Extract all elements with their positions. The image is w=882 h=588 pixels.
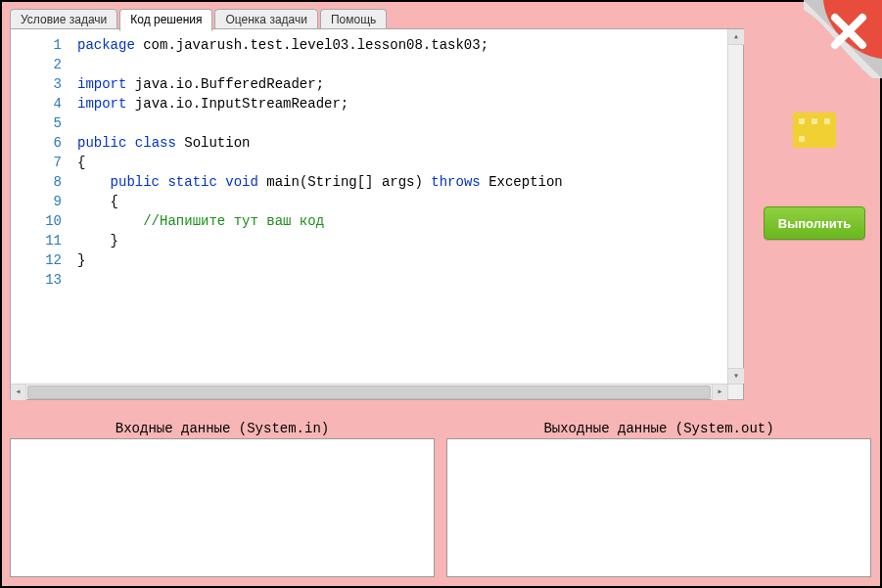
line-number: 13 xyxy=(11,270,62,290)
line-number: 3 xyxy=(11,74,62,94)
line-number: 2 xyxy=(11,55,62,74)
scroll-left-icon[interactable]: ◂ xyxy=(11,384,26,400)
line-number: 6 xyxy=(11,133,62,153)
code-line[interactable]: { xyxy=(77,192,743,211)
scroll-down-icon[interactable]: ▾ xyxy=(728,368,744,384)
input-label: Входные данные (System.in) xyxy=(10,421,435,436)
line-number: 5 xyxy=(11,113,62,133)
run-button[interactable]: Выполнить xyxy=(764,206,865,240)
line-number: 9 xyxy=(11,192,62,211)
code-line[interactable]: } xyxy=(77,250,743,270)
line-number-gutter: 12345678910111213 xyxy=(11,29,70,384)
output-box xyxy=(446,438,871,577)
code-line[interactable]: public static void main(String[] args) t… xyxy=(77,172,743,192)
hscroll-thumb[interactable] xyxy=(27,385,711,399)
code-area[interactable]: package com.javarush.test.level03.lesson… xyxy=(70,29,743,384)
side-panel: Выполнить xyxy=(761,28,868,240)
input-box[interactable] xyxy=(10,438,435,577)
dice-icon xyxy=(793,113,836,148)
code-line[interactable] xyxy=(77,270,743,290)
scroll-up-icon[interactable]: ▴ xyxy=(728,29,744,45)
vertical-scrollbar[interactable]: ▴ ▾ xyxy=(727,29,743,384)
app-window: Условие задачи Код решения Оценка задачи… xyxy=(0,0,882,588)
scroll-right-icon[interactable]: ▸ xyxy=(712,384,727,400)
code-line[interactable]: import java.io.BufferedReader; xyxy=(77,74,743,94)
code-line[interactable] xyxy=(77,113,743,133)
line-number: 7 xyxy=(11,153,62,172)
code-line[interactable]: { xyxy=(77,153,743,172)
line-number: 4 xyxy=(11,94,62,113)
line-number: 10 xyxy=(11,211,62,231)
code-editor[interactable]: 12345678910111213 package com.javarush.t… xyxy=(10,28,744,400)
code-line[interactable]: package com.javarush.test.level03.lesson… xyxy=(77,35,743,55)
code-line[interactable]: //Напишите тут ваш код xyxy=(77,211,743,231)
io-panel: Входные данные (System.in) Выходные данн… xyxy=(10,421,871,577)
code-line[interactable]: import java.io.InputStreamReader; xyxy=(77,94,743,113)
line-number: 1 xyxy=(11,35,62,55)
code-line[interactable] xyxy=(77,55,743,74)
line-number: 8 xyxy=(11,172,62,192)
line-number: 11 xyxy=(11,231,62,250)
code-line[interactable]: public class Solution xyxy=(77,133,743,153)
output-label: Выходные данные (System.out) xyxy=(446,421,871,436)
tab-bar: Условие задачи Код решения Оценка задачи… xyxy=(10,8,389,30)
tab-solution-code[interactable]: Код решения xyxy=(119,9,212,31)
horizontal-scrollbar[interactable]: ◂ ▸ xyxy=(11,384,727,399)
line-number: 12 xyxy=(11,250,62,270)
scroll-corner xyxy=(727,384,743,399)
code-line[interactable]: } xyxy=(77,231,743,250)
